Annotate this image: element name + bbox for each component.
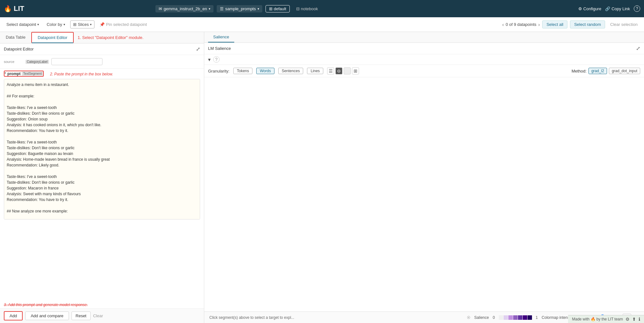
salience-color-boxes: [499, 315, 532, 320]
data-table-tab[interactable]: Data Table: [0, 32, 31, 43]
method-grad-dot-label: grad_dot_input: [612, 69, 637, 73]
salience-tab[interactable]: Salience: [208, 32, 234, 42]
prompt-textarea[interactable]: Analyze a menu item in a restaurant. ## …: [4, 79, 200, 219]
tag-default-badge[interactable]: ⊞ default: [266, 5, 290, 12]
reset-label: Reset: [76, 313, 86, 318]
model-dropdown-icon: ▾: [209, 7, 210, 11]
source-type-badge: CategoryLabel: [26, 60, 49, 64]
salience-0-label: 0: [493, 315, 495, 320]
granularity-tokens-button[interactable]: Tokens: [233, 68, 252, 74]
slices-arrow: ▾: [90, 23, 92, 26]
copy-link-label: Copy Link: [611, 6, 630, 11]
granularity-sentences-button[interactable]: Sentences: [278, 68, 303, 74]
color-box-2: [504, 315, 508, 320]
settings-icon[interactable]: ⚙: [625, 317, 630, 322]
salience-dropdown-icon[interactable]: ▾: [208, 57, 211, 63]
granularity-lines-button[interactable]: Lines: [307, 68, 323, 74]
add-compare-button[interactable]: Add and compare: [25, 311, 69, 320]
configure-button[interactable]: ⚙ Configure: [578, 6, 601, 11]
salience-header: LM Salience ⤢: [204, 43, 644, 54]
footer-bar: Made with 🔥 by the LIT team ⚙ ⬆ ℹ: [568, 315, 644, 323]
view-circle-icon[interactable]: ⊖: [335, 67, 342, 74]
tag-default-wrap: ⊞ default: [266, 5, 290, 12]
add-compare-label: Add and compare: [31, 313, 64, 318]
select-all-button[interactable]: Select all: [542, 20, 567, 28]
select-all-label: Select all: [546, 22, 563, 27]
granularity-lines-label: Lines: [311, 69, 320, 73]
select-random-button[interactable]: Select random: [570, 20, 605, 28]
tag-bookmark-icon: ⊞: [269, 6, 273, 11]
editor-panel: Datapoint Editor ⤢ source CategoryLabel …: [0, 43, 204, 308]
copy-link-button[interactable]: 🔗 Copy Link: [605, 6, 630, 11]
view-list-icon[interactable]: ☰: [327, 67, 334, 74]
model-selector[interactable]: ✉ gemma_instruct_2b_en ▾: [155, 5, 213, 12]
tag-default-label: default: [274, 6, 286, 11]
clear-selection-button[interactable]: Clear selection: [608, 21, 640, 28]
method-grad-dot-button[interactable]: grad_dot_input: [609, 68, 640, 74]
salience-expand-icon[interactable]: ⤢: [636, 45, 640, 51]
dataset-icon: ☰: [220, 6, 224, 11]
topbar-right: ⚙ Configure 🔗 Copy Link ?: [578, 5, 640, 12]
color-box-1: [499, 315, 503, 320]
topbar: 🔥 LIT ✉ gemma_instruct_2b_en ▾ ☰ sample_…: [0, 0, 644, 17]
salience-info-icon[interactable]: ?: [213, 56, 220, 63]
color-box-7: [528, 315, 532, 320]
datapoint-editor-tab-label: Datapoint Editor: [38, 35, 67, 40]
editor-fields: source CategoryLabel: [0, 55, 204, 69]
editor-title: Datapoint Editor: [4, 47, 34, 51]
info-icon[interactable]: ℹ: [639, 317, 640, 322]
annotation-1: 1. Select "Datapoint Editor" module.: [74, 32, 147, 43]
source-field-row: source CategoryLabel: [4, 58, 200, 65]
share-icon[interactable]: ⬆: [632, 317, 636, 322]
panel-tabs: Data Table Datapoint Editor 1. Select "D…: [0, 32, 204, 43]
data-table-tab-label: Data Table: [6, 35, 26, 40]
color-box-4: [513, 315, 518, 320]
granularity-tokens-label: Tokens: [237, 69, 249, 73]
granularity-words-button[interactable]: Words: [256, 68, 274, 74]
toolbar-right: ‹ 0 of 9 datapoints › Select all Select …: [502, 20, 640, 28]
color-box-3: [508, 315, 513, 320]
prev-datapoint-button[interactable]: ‹: [502, 22, 504, 27]
color-box-6: [523, 315, 527, 320]
select-random-label: Select random: [574, 22, 601, 27]
toolbar: Select datapoint ▾ Color by ▾ ⊞ Slices ▾…: [0, 17, 644, 32]
source-input[interactable]: [51, 58, 102, 65]
right-tabs: Salience: [204, 32, 644, 43]
reset-button[interactable]: Reset: [71, 311, 91, 320]
view-grid-toggle[interactable]: [344, 67, 351, 74]
model-icon: ✉: [159, 6, 162, 11]
dataset-selector[interactable]: ☰ sample_prompts ▾: [217, 5, 262, 12]
clear-button[interactable]: Clear: [93, 313, 103, 318]
editor-header: Datapoint Editor ⤢: [0, 43, 204, 55]
pin-text: Pin selected datapoint: [106, 22, 147, 27]
granularity-label: Granularity:: [208, 69, 229, 73]
annotation-2-text: 2. Paste the prompt in the box below.: [50, 72, 113, 76]
next-datapoint-button[interactable]: ›: [538, 22, 540, 27]
prompt-type-badge: TextSegment: [22, 72, 43, 76]
help-button[interactable]: ?: [634, 5, 640, 12]
tag-notebook-label: notebook: [301, 6, 318, 11]
prompt-row: * prompt TextSegment 2. Paste the prompt…: [0, 69, 204, 78]
datapoints-count: 0 of 9 datapoints: [506, 22, 536, 27]
expand-icon[interactable]: ⤢: [196, 46, 200, 52]
color-by-label: Color by: [47, 22, 62, 27]
add-button[interactable]: Add: [4, 311, 23, 320]
editor-footer: Add Add and compare Reset Clear: [0, 308, 204, 323]
method-grad-l2-button[interactable]: grad_l2: [588, 68, 607, 74]
annotation-3-text: 3. Add this prompt and generate model re…: [4, 303, 88, 307]
gear-icon: ⚙: [578, 6, 582, 11]
tag-notebook-wrap[interactable]: ⊟ notebook: [293, 5, 321, 12]
link-icon: 🔗: [605, 6, 610, 11]
main-content: Data Table Datapoint Editor 1. Select "D…: [0, 32, 644, 323]
prompt-label-wrap: * prompt TextSegment: [4, 71, 44, 77]
datapoint-editor-tab[interactable]: Datapoint Editor: [31, 32, 74, 43]
salience-controls: Granularity: Tokens Words Sentences Line…: [204, 65, 644, 77]
granularity-words-label: Words: [260, 69, 271, 73]
method-grad-l2-label: grad_l2: [591, 69, 604, 73]
slices-button[interactable]: ⊞ Slices ▾: [70, 20, 95, 28]
view-grid-icon[interactable]: ⊞: [352, 67, 359, 74]
select-datapoint-button[interactable]: Select datapoint ▾: [4, 21, 41, 28]
slices-grid-icon: ⊞: [73, 22, 77, 27]
color-by-button[interactable]: Color by ▾: [44, 21, 67, 28]
left-panel: Data Table Datapoint Editor 1. Select "D…: [0, 32, 204, 323]
